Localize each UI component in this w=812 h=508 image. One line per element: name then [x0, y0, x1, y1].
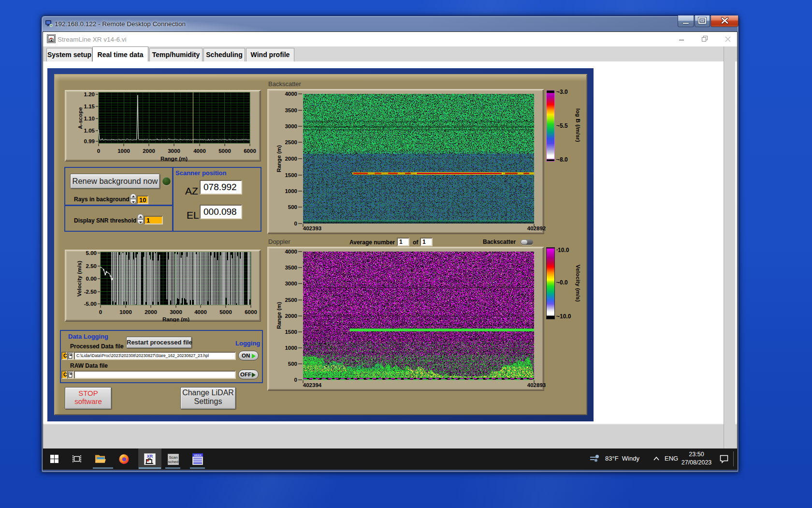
svg-text:Range (m): Range (m) [160, 156, 188, 162]
svg-text:2000: 2000 [285, 156, 297, 162]
svg-text:1.20: 1.20 [84, 91, 95, 97]
svg-text:402893: 402893 [527, 382, 546, 388]
svg-text:0: 0 [294, 377, 297, 383]
svg-text:1500: 1500 [285, 329, 297, 335]
svg-text:3000: 3000 [168, 148, 180, 154]
svg-text:6000: 6000 [245, 309, 257, 315]
svg-text:0: 0 [99, 309, 102, 315]
svg-text:4000: 4000 [194, 309, 207, 315]
svg-text:1500: 1500 [285, 172, 297, 178]
svg-text:WEEK: WEEK [194, 454, 202, 457]
svg-text:4000: 4000 [193, 148, 206, 154]
svg-text:0: 0 [294, 221, 297, 226]
svg-text:3000: 3000 [285, 281, 297, 286]
svg-text:500: 500 [288, 361, 297, 367]
svg-text:1000: 1000 [285, 188, 297, 194]
svg-text:5000: 5000 [219, 309, 232, 315]
svg-text:2500: 2500 [285, 297, 297, 303]
svg-text:4000: 4000 [285, 249, 297, 254]
svg-text:Velocity (m/s): Velocity (m/s) [76, 261, 82, 297]
svg-text:0.00: 0.00 [86, 276, 97, 282]
svg-text:sched: sched [168, 460, 178, 464]
svg-text:3500: 3500 [285, 265, 297, 270]
svg-text:5000: 5000 [218, 148, 231, 154]
svg-text:2000: 2000 [145, 309, 157, 315]
svg-text:3500: 3500 [285, 107, 297, 113]
svg-text:0.99: 0.99 [84, 138, 95, 144]
svg-text:0: 0 [97, 148, 100, 154]
svg-text:402892: 402892 [527, 225, 546, 231]
svg-text:Range (m): Range (m) [276, 145, 282, 172]
svg-text:2000: 2000 [143, 148, 155, 154]
svg-text:1.15: 1.15 [84, 104, 95, 109]
svg-text:-5.00: -5.00 [84, 301, 97, 307]
svg-text:5.00: 5.00 [86, 250, 97, 256]
svg-text:2000: 2000 [285, 313, 297, 319]
svg-text:4000: 4000 [285, 91, 297, 97]
svg-text:6000: 6000 [244, 148, 256, 154]
svg-text:1000: 1000 [117, 148, 130, 154]
svg-text:Scan: Scan [169, 455, 177, 460]
svg-text:3000: 3000 [285, 123, 297, 129]
svg-text:402394: 402394 [303, 382, 322, 388]
svg-text:Range (m): Range (m) [276, 302, 282, 329]
svg-text:-2.50: -2.50 [84, 289, 97, 295]
svg-text:1.05: 1.05 [84, 128, 95, 134]
svg-text:XR: XR [147, 454, 153, 459]
svg-text:A-scope: A-scope [77, 107, 83, 129]
svg-text:500: 500 [288, 204, 297, 210]
svg-text:1.10: 1.10 [84, 116, 95, 121]
svg-text:Range (m): Range (m) [162, 316, 189, 322]
svg-text:1000: 1000 [119, 309, 132, 315]
svg-text:1000: 1000 [285, 345, 297, 351]
svg-text:2.50: 2.50 [86, 263, 97, 269]
svg-text:402393: 402393 [303, 225, 321, 231]
svg-text:3000: 3000 [170, 309, 182, 315]
svg-text:2500: 2500 [285, 139, 297, 145]
